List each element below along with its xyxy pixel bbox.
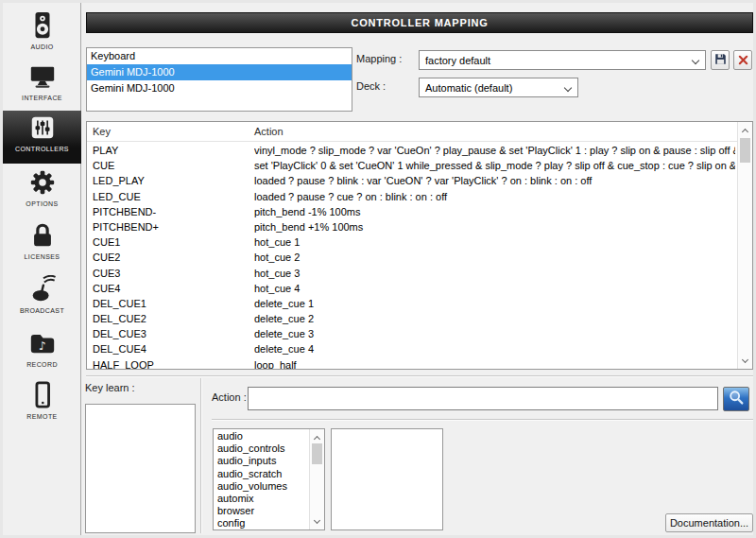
scroll-down-icon[interactable] (738, 354, 752, 368)
mapping-label: Mapping : (356, 53, 402, 64)
key-cell: PITCHBEND- (93, 204, 156, 219)
speaker-icon (28, 9, 57, 43)
table-row[interactable]: PLAYvinyl_mode ? slip_mode ? var 'CueOn'… (87, 143, 737, 158)
device-list[interactable]: KeyboardGemini MDJ-1000Gemini MDJ-1000 (86, 47, 352, 112)
scrollbar-thumb[interactable] (740, 138, 750, 163)
key-learn-list[interactable] (85, 404, 196, 533)
action-cell: pitch_bend +1% 100ms (254, 219, 735, 234)
mapping-select[interactable]: factory default (419, 50, 706, 70)
action-cell: delete_cue 4 (254, 341, 735, 356)
action-cell: hot_cue 3 (254, 266, 735, 281)
action-cell: set 'PlayClick' 0 & set 'CueON' 1 while_… (254, 158, 735, 173)
category-item[interactable]: audio_controls (214, 443, 309, 455)
sidebar-item-options[interactable]: OPTIONS (3, 165, 81, 217)
table-row[interactable]: CUEset 'PlayClick' 0 & set 'CueON' 1 whi… (87, 158, 737, 173)
table-row[interactable]: PITCHBEND-pitch_bend -1% 100ms (87, 204, 737, 219)
table-body: PLAYvinyl_mode ? slip_mode ? var 'CueOn'… (87, 143, 737, 369)
antenna-icon (28, 272, 57, 306)
table-row[interactable]: DEL_CUE2delete_cue 2 (87, 311, 737, 326)
table-row[interactable]: PITCHBEND+pitch_bend +1% 100ms (87, 219, 737, 234)
sidebar-item-controllers[interactable]: CONTROLLERS (3, 111, 81, 164)
category-item[interactable]: audio (214, 430, 309, 443)
action-cell: hot_cue 1 (254, 234, 735, 250)
chevron-down-icon (564, 84, 572, 92)
table-row[interactable]: CUE1hot_cue 1 (87, 234, 737, 250)
divider (86, 375, 753, 377)
save-mapping-button[interactable] (711, 50, 730, 70)
sidebar-item-label: CONTROLLERS (15, 146, 69, 152)
deck-label: Deck : (356, 80, 386, 92)
sidebar-item-label: REMOTE (26, 413, 57, 420)
table-row[interactable]: DEL_CUE3delete_cue 3 (87, 326, 737, 341)
phone-icon (28, 378, 57, 412)
sidebar-item-licenses[interactable]: LICENSES (3, 218, 81, 269)
action-cell: delete_cue 1 (254, 296, 735, 311)
key-cell: DEL_CUE1 (93, 296, 146, 311)
action-cell: loop_half (254, 357, 735, 369)
table-row[interactable]: DEL_CUE1delete_cue 1 (87, 296, 737, 311)
category-scrollbar[interactable] (309, 429, 324, 529)
sidebar-item-remote[interactable]: REMOTE (3, 378, 81, 429)
device-list-item[interactable]: Gemini MDJ-1000 (87, 64, 352, 80)
category-items: audioaudio_controlsaudio_inputsaudio_scr… (214, 430, 309, 529)
mapping-table: Key Action PLAYvinyl_mode ? slip_mode ? … (86, 121, 753, 370)
table-row[interactable]: CUE3hot_cue 3 (87, 266, 737, 281)
divider (200, 378, 202, 533)
action-input[interactable] (248, 387, 718, 410)
sidebar-item-record[interactable]: ♪ RECORD (3, 326, 81, 377)
key-cell: LED_PLAY (93, 173, 145, 188)
category-item[interactable]: config (214, 517, 309, 529)
key-cell: DEL_CUE2 (93, 311, 146, 326)
category-list: audioaudio_controlsaudio_inputsaudio_scr… (213, 428, 325, 530)
category-item[interactable]: audio_volumes (214, 480, 309, 493)
table-row[interactable]: LED_CUEloaded ? pause ? cue ? on : blink… (87, 189, 737, 204)
key-cell: PLAY (93, 143, 118, 158)
gear-icon (28, 165, 57, 200)
deck-select[interactable]: Automatic (default) (419, 78, 578, 97)
chevron-down-icon (692, 57, 699, 64)
sidebar-item-interface[interactable]: INTERFACE (3, 60, 81, 111)
scroll-up-icon[interactable] (738, 123, 752, 137)
scroll-up-icon[interactable] (310, 430, 324, 444)
sidebar-item-label: OPTIONS (26, 200, 58, 207)
svg-text:♪: ♪ (39, 339, 46, 353)
scrollbar-thumb[interactable] (312, 443, 322, 464)
sidebar-item-label: AUDIO (30, 43, 53, 50)
page-title-text: CONTROLLER MAPPING (351, 17, 488, 28)
table-header: Key Action (87, 122, 752, 142)
column-header-key[interactable]: Key (93, 122, 111, 142)
search-icon (728, 390, 745, 409)
table-row[interactable]: HALF_LOOPloop_half (87, 357, 737, 369)
sidebar-item-label: LICENSES (25, 253, 60, 260)
table-row[interactable]: LED_PLAYloaded ? pause ? blink : var 'Cu… (87, 173, 737, 188)
key-cell: DEL_CUE4 (93, 341, 146, 356)
settings-window: AUDIO INTERFACE CONTROLLERS OPTIONS LICE (0, 0, 756, 538)
category-item[interactable]: automix (214, 493, 309, 505)
sidebar-item-broadcast[interactable]: BROADCAST (3, 272, 81, 323)
key-cell: CUE4 (93, 281, 120, 296)
delete-mapping-button[interactable] (733, 50, 752, 70)
category-item[interactable]: browser (214, 505, 309, 517)
action-detail-list[interactable] (331, 428, 443, 530)
action-cell: delete_cue 3 (254, 326, 735, 341)
action-cell: loaded ? pause ? blink : var 'CueON' ? v… (254, 173, 735, 188)
key-cell: CUE1 (93, 234, 120, 250)
table-row[interactable]: CUE2hot_cue 2 (87, 250, 737, 265)
scroll-down-icon[interactable] (310, 514, 324, 529)
table-row[interactable]: DEL_CUE4delete_cue 4 (87, 341, 737, 356)
action-cell: loaded ? pause ? cue ? on : blink : on :… (254, 189, 735, 204)
key-cell: CUE (93, 158, 114, 173)
table-row[interactable]: CUE4hot_cue 4 (87, 281, 737, 296)
device-list-item[interactable]: Gemini MDJ-1000 (87, 80, 352, 96)
deck-select-value: Automatic (default) (425, 82, 512, 94)
sidebar-item-label: BROADCAST (20, 307, 64, 314)
device-list-item[interactable]: Keyboard (87, 48, 352, 64)
category-item[interactable]: audio_scratch (214, 468, 309, 480)
category-item[interactable]: audio_inputs (214, 455, 309, 467)
sidebar-item-label: INTERFACE (22, 95, 62, 101)
column-header-action[interactable]: Action (254, 122, 284, 142)
sidebar-item-audio[interactable]: AUDIO (3, 9, 81, 60)
search-button[interactable] (723, 387, 749, 411)
table-scrollbar[interactable] (737, 122, 752, 369)
documentation-button[interactable]: Documentation... (665, 513, 753, 532)
